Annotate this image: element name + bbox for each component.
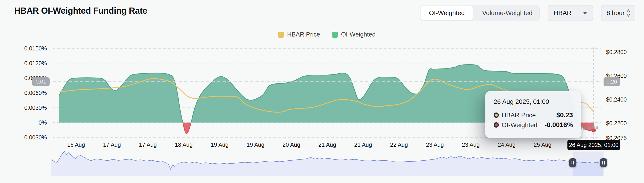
drag-handle-icon	[572, 161, 572, 165]
tooltip-value: -0.0016%	[544, 121, 573, 129]
navigator-chart[interactable]	[51, 152, 603, 176]
drag-handle-icon	[602, 161, 603, 165]
tooltip-title: 26 Aug 2025, 01:00	[494, 98, 573, 105]
price-marker-icon	[494, 113, 499, 118]
navigator-left-handle[interactable]	[569, 158, 576, 167]
tooltip-row: OI-Weighted -0.0016%	[494, 121, 573, 129]
navigator-right-handle[interactable]	[600, 158, 607, 167]
drag-handle-icon	[574, 161, 574, 165]
tooltip-label: OI-Weighted	[502, 121, 538, 129]
tooltip-label: HBAR Price	[502, 112, 536, 119]
drag-handle-icon	[604, 161, 605, 165]
funding-rate-dashboard: HBAR OI-Weighted Funding Rate OI-Weighte…	[0, 0, 644, 183]
chart-tooltip: 26 Aug 2025, 01:00 HBAR Price $0.23 OI-W…	[486, 91, 581, 138]
navigator-selected-range[interactable]	[573, 152, 604, 176]
crosshair-date-label: 26 Aug 2025, 01:00	[568, 140, 620, 150]
tooltip-value: $0.23	[556, 111, 573, 119]
tooltip-row: HBAR Price $0.23	[494, 111, 573, 119]
funding-marker-icon	[494, 122, 499, 128]
